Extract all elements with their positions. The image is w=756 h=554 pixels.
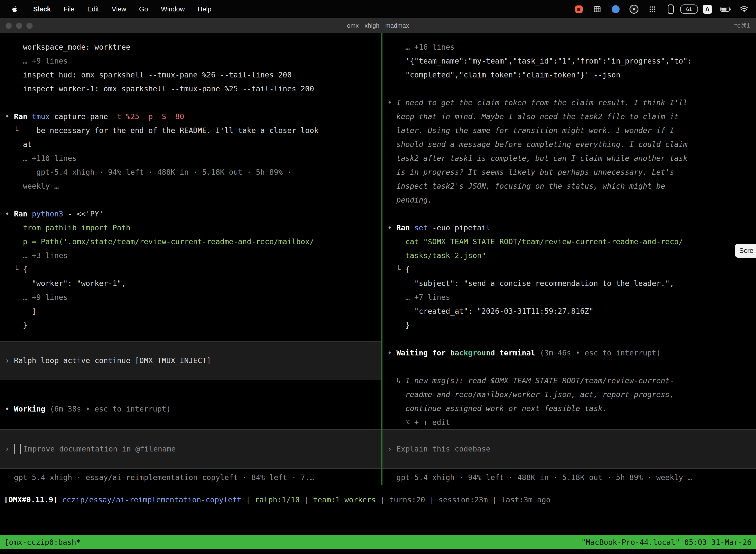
- disc-shape: [630, 5, 638, 14]
- text-segment: Waiting for: [396, 348, 450, 357]
- text-segment: from pathlib import Path: [5, 223, 130, 232]
- menu-app-name[interactable]: Slack: [33, 5, 51, 13]
- blue-app-icon[interactable]: [610, 4, 621, 15]
- text-segment: capture-pane: [50, 112, 113, 121]
- terminal-line: • I need to get the claim token from the…: [387, 96, 756, 110]
- disc-icon[interactable]: [629, 4, 639, 15]
- text-segment: Working: [14, 404, 50, 413]
- text-segment: |: [241, 495, 255, 504]
- text-segment: inspect_hud: omx sparkshell --tmux-pane …: [5, 70, 292, 79]
- record-square: [575, 5, 583, 13]
- menu-item-window[interactable]: Window: [161, 5, 185, 13]
- menu-item-edit[interactable]: Edit: [87, 5, 99, 13]
- text-segment: background: [450, 348, 495, 357]
- window-shortcut: ⌥⌘1: [734, 18, 750, 33]
- text-segment: ralph:1/10: [255, 495, 300, 504]
- text-segment: Ran: [396, 223, 414, 232]
- terminal-line: gpt-5.4 xhigh · 94% left · 488K in · 5.1…: [387, 470, 756, 485]
- menu-item-view[interactable]: View: [112, 5, 126, 13]
- grid-icon[interactable]: [592, 4, 603, 15]
- text-segment: weekly …: [5, 182, 59, 190]
- battery-icon[interactable]: [720, 4, 731, 15]
- menu-bar: Slack File Edit View Go Window Help 61 A: [0, 0, 756, 18]
- terminal-line: … +3 lines: [5, 249, 381, 263]
- screen-recording-stop-icon[interactable]: [573, 4, 584, 15]
- text-segment: |: [300, 495, 313, 504]
- text-segment: session:23m: [439, 495, 488, 504]
- text-segment: readme-and-reco/mailbox/worker-1.json, a…: [387, 390, 674, 399]
- text-segment: p = Path('.omx/state/team/review-current…: [5, 237, 314, 246]
- text-segment: ]: [5, 307, 36, 316]
- terminal-line: continue assigned work or next feasible …: [387, 402, 756, 416]
- text-segment: turns:20: [389, 495, 425, 504]
- terminal-line: cat "$OMX_TEAM_STATE_ROOT/team/review-cu…: [387, 235, 756, 249]
- text-segment: be necessary for the end of the README. …: [36, 126, 318, 135]
- menu-item-go[interactable]: Go: [139, 5, 148, 13]
- input-source-letter: A: [703, 5, 712, 14]
- terminal-line: • Ran python3 - <<'PY': [5, 207, 381, 221]
- text-segment: last:3m ago: [501, 495, 551, 504]
- device-pill: [668, 4, 674, 14]
- text-segment: "completed","claim_token":"claim-token"}…: [387, 70, 620, 79]
- apple-menu-icon[interactable]: [9, 4, 20, 15]
- window-title: omx --xhigh --madmax: [0, 18, 756, 33]
- text-segment: - <<'PY': [63, 210, 104, 218]
- text-segment: should send a message before completing …: [387, 140, 688, 149]
- text-segment: continue assigned work or next feasible …: [387, 404, 607, 413]
- text-segment: -euo pipefail: [428, 223, 491, 232]
- terminal-line: should send a message before completing …: [387, 137, 756, 151]
- terminal-line: from pathlib import Path: [5, 221, 381, 235]
- blank-line: [387, 207, 756, 221]
- device-icon[interactable]: [665, 4, 676, 15]
- terminal-line: weekly …: [5, 179, 381, 193]
- text-segment: … +9 lines: [5, 293, 68, 301]
- terminal-line: inspect_worker-1: omx sparkshell --tmux-…: [5, 82, 381, 96]
- terminal-line: • Ran set -euo pipefail: [387, 221, 756, 235]
- menu-item-help[interactable]: Help: [198, 5, 211, 13]
- blank-line: [387, 82, 756, 96]
- text-segment: Improve documentation in @filename: [23, 442, 176, 456]
- text-segment: └: [5, 265, 23, 274]
- terminal-line: "worker": "worker-1",: [5, 277, 381, 290]
- text-segment: |: [376, 495, 389, 504]
- text-segment: tmux: [32, 112, 50, 121]
- text-segment: '{"team_name":"my-team","task_id":"1","f…: [387, 57, 692, 65]
- text-segment: -t %25 -p -S -80: [113, 112, 184, 121]
- text-segment: •: [5, 404, 14, 413]
- text-segment: |: [425, 495, 439, 504]
- text-segment: Explain this codebase: [396, 442, 490, 456]
- wifi-icon[interactable]: [739, 4, 750, 15]
- battery-percent-icon[interactable]: 61: [684, 4, 694, 15]
- text-segment: gpt-5.4 xhigh · 94% left · 488K in · 5.1…: [387, 473, 692, 482]
- terminal-line: [OMX#0.11.9] cczip/essay/ai-reimplementa…: [4, 493, 756, 507]
- text-segment: Ran: [14, 112, 32, 121]
- left-pane[interactable]: workspace_mode: worktree … +9 lines insp…: [0, 33, 381, 485]
- suggestion-band[interactable]: › Explain this codebase: [382, 429, 756, 468]
- terminal-line: inspect task2's JSON, focusing on the st…: [387, 179, 756, 193]
- terminal-line: later. Using the same for transition mig…: [387, 124, 756, 137]
- right-pane[interactable]: … +16 lines '{"team_name":"my-team","tas…: [382, 33, 756, 485]
- terminal-line: tasks/task-2.json": [387, 249, 756, 263]
- title-bar: omx --xhigh --madmax ⌥⌘1: [0, 18, 756, 33]
- terminal-line: … +7 lines: [387, 290, 756, 304]
- text-segment: Ralph loop active continue [OMX_TMUX_INJ…: [14, 354, 211, 368]
- menu-item-file[interactable]: File: [64, 5, 75, 13]
- text-segment: team:1 workers: [313, 495, 376, 504]
- text-segment: ↳ 1 new msg(s): read $OMX_TEAM_STATE_ROO…: [387, 376, 674, 385]
- blank-line: [387, 332, 756, 346]
- text-segment: is in progress? It seems likely but perh…: [387, 168, 674, 176]
- terminal-line: inspect_hud: omx sparkshell --tmux-pane …: [5, 68, 381, 82]
- text-segment: terminal: [495, 348, 540, 357]
- ralph-loop-band[interactable]: › Ralph loop active continue [OMX_TMUX_I…: [0, 341, 381, 380]
- text-segment: └: [5, 126, 36, 135]
- text-segment: … +16 lines: [387, 43, 455, 51]
- dots-grid-icon[interactable]: [647, 4, 658, 15]
- prompt-input-band[interactable]: › Improve documentation in @filename: [0, 429, 381, 468]
- text-segment: •: [5, 112, 14, 121]
- text-segment: {: [405, 265, 410, 274]
- text-cursor: [14, 444, 21, 454]
- terminal-line: pending.: [387, 193, 756, 207]
- text-segment: at: [5, 140, 32, 149]
- input-source-icon[interactable]: A: [702, 4, 713, 15]
- text-segment: }: [5, 321, 27, 329]
